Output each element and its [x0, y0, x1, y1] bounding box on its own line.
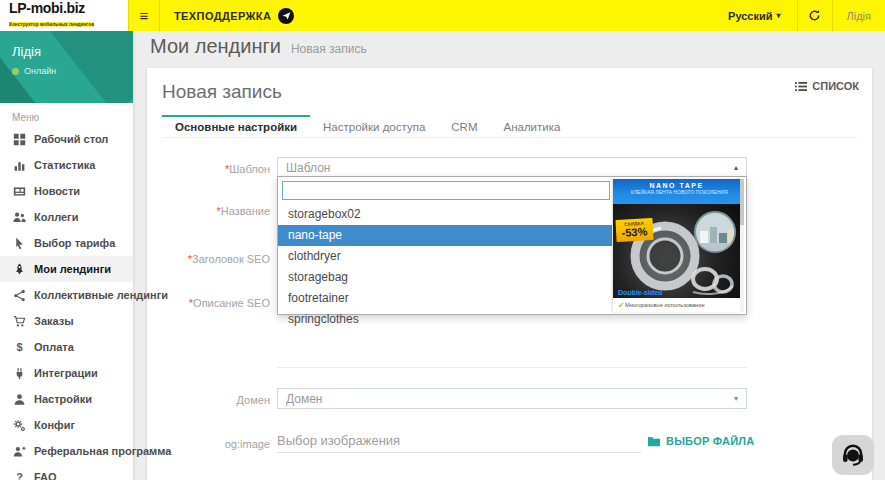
template-select-placeholder: Шаблон — [286, 161, 330, 175]
sidebar-item-colleagues[interactable]: Коллеги — [0, 204, 133, 230]
preview-feature-row: ✔ Многоразовое использование — [613, 298, 740, 312]
refresh-button[interactable] — [798, 0, 832, 31]
list-button[interactable]: СПИСОК — [795, 80, 859, 92]
colleagues-icon — [13, 211, 26, 224]
plug-icon — [13, 367, 26, 380]
sidebar-username: Лідія — [12, 44, 121, 59]
check-icon: ✔ — [618, 301, 625, 310]
app-window: LP-mobi.biz Конструктор мобильных лендин… — [0, 0, 885, 480]
list-icon — [795, 81, 807, 92]
discount-badge: СКИДКА -53% — [615, 218, 653, 242]
online-status-label: Онлайн — [24, 66, 56, 76]
og-image-input[interactable] — [277, 428, 641, 453]
sidebar-item-label: Интеграции — [34, 367, 98, 379]
sidebar-item-payment[interactable]: $ Оплата — [0, 334, 133, 360]
sidebar-item-label: Заказы — [34, 315, 74, 327]
card-title: Новая запись — [162, 81, 282, 103]
breadcrumb: Новая запись — [291, 42, 367, 56]
dollar-icon: $ — [13, 341, 26, 353]
sidebar-item-dashboard[interactable]: Рабочий стол — [0, 126, 133, 152]
tab-main-settings[interactable]: Основные настройки — [162, 115, 310, 137]
template-options-list: storagebox02 nano-tape clothdryer storag… — [278, 204, 612, 330]
refresh-icon — [808, 9, 821, 22]
logo-title: LP-mobi.biz — [9, 1, 134, 15]
sidebar-item-label: Коллективные лендинги — [34, 289, 168, 301]
sidebar: Лідія Онлайн Меню Рабочий стол Статистик… — [0, 31, 133, 480]
template-option[interactable]: clothdryer — [278, 246, 612, 267]
template-option[interactable]: storagebox02 — [278, 204, 612, 225]
tab-access-settings[interactable]: Настройки доступа — [310, 115, 438, 137]
list-button-label: СПИСОК — [812, 80, 859, 92]
name-label: *Название — [147, 205, 270, 217]
top-bar: LP-mobi.biz Конструктор мобильных лендин… — [0, 0, 885, 31]
tab-crm[interactable]: CRM — [438, 115, 490, 137]
online-status-dot — [12, 68, 19, 75]
support-button[interactable]: ТЕХПОДДЕРЖКА — [174, 0, 294, 31]
sidebar-item-label: Настройки — [34, 393, 92, 405]
seo-title-label: *Заголовок SEO — [147, 253, 270, 265]
template-search-input[interactable] — [282, 181, 610, 200]
sidebar-item-faq[interactable]: ? FAQ — [0, 464, 133, 480]
preview-title: NANO TAPE — [613, 182, 740, 189]
support-label: ТЕХПОДДЕРЖКА — [174, 10, 271, 22]
sidebar-item-label: Статистика — [34, 159, 96, 171]
user-icon — [13, 393, 26, 406]
logo-subtitle: Конструктор мобильных лендингов — [9, 22, 94, 27]
preview-header: NANO TAPE КЛЕЙКАЯ ЛЕНТА НОВОГО ПОКОЛЕНИЯ — [613, 179, 740, 204]
tab-analytics[interactable]: Аналитика — [490, 115, 573, 137]
template-option[interactable]: footretainer — [278, 288, 612, 309]
telegram-icon — [278, 8, 294, 24]
support-chat-button[interactable] — [832, 435, 874, 475]
sidebar-item-label: Мои лендинги — [34, 263, 111, 275]
file-select-button[interactable]: ВЫБОР ФАЙЛА — [647, 435, 754, 447]
template-select[interactable]: Шаблон ▴ — [277, 157, 747, 178]
sidebar-item-tariff[interactable]: Выбор тарифа — [0, 230, 133, 256]
sidebar-toggle-button[interactable]: ≡ — [128, 0, 160, 31]
seo-description-underline — [277, 367, 747, 368]
preview-subtitle: КЛЕЙКАЯ ЛЕНТА НОВОГО ПОКОЛЕНИЯ — [631, 190, 722, 195]
logo[interactable]: LP-mobi.biz Конструктор мобильных лендин… — [0, 0, 128, 31]
template-option-highlighted[interactable]: nano-tape — [278, 225, 612, 246]
sidebar-item-integrations[interactable]: Интеграции — [0, 360, 133, 386]
domain-select-placeholder: Домен — [286, 392, 323, 406]
sidebar-item-label: Реферальная программа — [34, 445, 171, 457]
sidebar-item-label: FAQ — [34, 471, 57, 480]
preview-caption: Double-sided — [618, 289, 662, 296]
domain-select[interactable]: Домен ▾ — [277, 388, 747, 409]
news-icon — [13, 185, 26, 198]
sidebar-item-label: Оплата — [34, 341, 74, 353]
sidebar-item-label: Коллеги — [34, 211, 78, 223]
language-selector[interactable]: Русский ▾ — [712, 0, 796, 31]
sidebar-item-stats[interactable]: Статистика — [0, 152, 133, 178]
sidebar-item-label: Выбор тарифа — [34, 237, 115, 249]
template-option[interactable]: springclothes — [278, 309, 612, 330]
dropdown-scrollbar[interactable] — [740, 179, 744, 312]
template-label: *Шаблон — [147, 163, 270, 175]
headset-icon — [840, 442, 866, 468]
rocket-icon — [13, 263, 26, 276]
sidebar-item-orders[interactable]: Заказы — [0, 308, 133, 334]
template-dropdown-panel: storagebox02 nano-tape clothdryer storag… — [277, 176, 747, 315]
topbar-username: Лідія — [847, 10, 871, 22]
user-plus-icon — [13, 445, 26, 458]
folder-icon — [647, 435, 661, 447]
question-icon: ? — [13, 471, 26, 480]
sidebar-item-config[interactable]: Конфиг — [0, 412, 133, 438]
sidebar-item-collective-landings[interactable]: Коллективные лендинги — [0, 282, 133, 308]
sidebar-item-label: Конфиг — [34, 419, 75, 431]
pointer-icon — [13, 237, 26, 250]
sidebar-item-settings[interactable]: Настройки — [0, 386, 133, 412]
preview-image: СКИДКА -53% Double-sided — [613, 204, 740, 298]
sidebar-item-news[interactable]: Новости — [0, 178, 133, 204]
template-option[interactable]: storagebag — [278, 267, 612, 288]
menu-section-label: Меню — [0, 103, 133, 126]
user-menu[interactable]: Лідія — [833, 0, 885, 31]
sidebar-item-referral[interactable]: Реферальная программа — [0, 438, 133, 464]
sidebar-item-landings[interactable]: Мои лендинги — [0, 256, 133, 282]
page-header: Мои лендинги Новая запись — [150, 35, 367, 58]
template-preview: NANO TAPE КЛЕЙКАЯ ЛЕНТА НОВОГО ПОКОЛЕНИЯ — [613, 179, 740, 312]
sidebar-item-label: Новости — [34, 185, 80, 197]
user-profile-panel: Лідія Онлайн — [0, 31, 133, 103]
share-icon — [13, 289, 26, 302]
gears-icon — [13, 419, 26, 432]
